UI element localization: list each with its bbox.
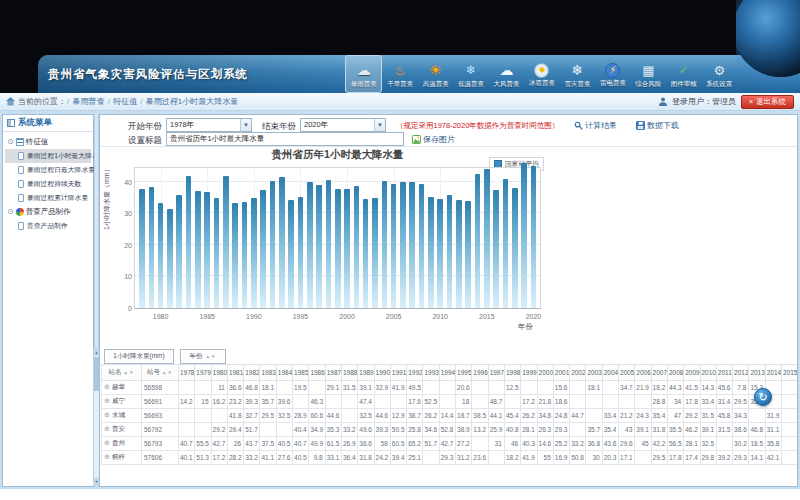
column-header-year[interactable]: 2007 — [651, 365, 667, 381]
column-header-year[interactable]: 1996 — [472, 365, 488, 381]
collapse-panel-icon[interactable] — [7, 119, 15, 127]
column-header-station-name[interactable]: 站名▲▼ — [102, 365, 142, 381]
tree-group-1[interactable]: ⊙普查产品制作 — [5, 205, 91, 219]
nav-drought[interactable]: ♨干旱普查 — [382, 55, 417, 93]
nav-snow[interactable]: ❄雪灾普查 — [560, 55, 595, 93]
column-header-year[interactable]: 1982 — [244, 365, 260, 381]
column-header-year[interactable]: 2012 — [733, 365, 749, 381]
column-header-year[interactable]: 1989 — [358, 365, 374, 381]
nav-hail[interactable]: ◆冰雹普查 — [524, 55, 559, 93]
collapse-node-icon[interactable]: ⊙ — [7, 138, 14, 146]
column-header-station-id[interactable]: 站号▲▼ — [142, 365, 179, 381]
column-header-year[interactable]: 2011 — [716, 365, 732, 381]
start-year-select[interactable]: 1978年 ▼ — [166, 118, 252, 132]
expand-row-icon[interactable]: ⊕ — [104, 397, 110, 404]
nav-map-audit[interactable]: ✓图件审核 — [666, 55, 701, 93]
sidebar-item-0-3[interactable]: 暴雨过程累计降水量 — [5, 191, 91, 205]
column-header-year[interactable]: 2002 — [570, 365, 586, 381]
breadcrumb-link[interactable]: 特征值 — [113, 97, 137, 106]
column-header-year[interactable]: 1987 — [325, 365, 341, 381]
column-header-year[interactable]: 2009 — [684, 365, 700, 381]
column-header-year[interactable]: 1981 — [227, 365, 243, 381]
chart-bar — [223, 176, 229, 308]
sidebar-item-0-1[interactable]: 暴雨过程日最大降水量 — [5, 163, 91, 177]
nav-rainstorm[interactable]: ☁暴雨普查 — [345, 55, 382, 93]
expand-row-icon[interactable]: ⊕ — [104, 453, 110, 460]
expand-row-icon[interactable]: ⊕ — [104, 425, 110, 432]
value-cell — [325, 395, 341, 409]
column-header-year[interactable]: 1980 — [211, 365, 227, 381]
column-header-year[interactable]: 2006 — [635, 365, 651, 381]
column-header-year[interactable]: 2013 — [749, 365, 765, 381]
column-header-year[interactable]: 1979 — [195, 365, 211, 381]
value-cell: 47 — [667, 409, 683, 423]
column-header-year[interactable]: 2001 — [553, 365, 569, 381]
tree-group-0[interactable]: ⊙特征值 — [5, 135, 91, 149]
breadcrumb-separator: / — [138, 97, 145, 106]
chart-bar — [251, 198, 257, 308]
sidebar-item-0-2[interactable]: 暴雨过程持续天数 — [5, 177, 91, 191]
value-cell — [423, 451, 439, 465]
sort-icons[interactable]: ▲▼ — [162, 370, 173, 375]
column-header-year[interactable]: 2004 — [602, 365, 618, 381]
nav-lowtemp[interactable]: ❄低温普查 — [453, 55, 488, 93]
refresh-icon[interactable]: ↻ — [754, 388, 772, 406]
expand-row-icon[interactable]: ⊕ — [104, 439, 110, 446]
earth-icon — [736, 0, 800, 77]
save-image-button[interactable]: 保存图片 — [412, 134, 455, 145]
value-cell: 29.2 — [211, 423, 227, 437]
column-header-year[interactable]: 1998 — [504, 365, 520, 381]
calc-result-button[interactable]: 计算结果 — [574, 120, 617, 131]
column-header-year[interactable]: 2000 — [537, 365, 553, 381]
column-header-year[interactable]: 2005 — [619, 365, 635, 381]
collapse-node-icon[interactable]: ⊙ — [7, 208, 14, 216]
sort-icons[interactable]: ▲▼ — [206, 354, 217, 359]
logout-button[interactable]: × 退出系统 — [741, 95, 794, 109]
sidebar-item-label: 暴雨过程累计降水量 — [27, 193, 88, 203]
column-header-year[interactable]: 1992 — [407, 365, 423, 381]
column-header-year[interactable]: 1997 — [488, 365, 504, 381]
column-header-year[interactable]: 1984 — [276, 365, 292, 381]
breadcrumb-link[interactable]: 暴雨普查 — [72, 97, 104, 106]
column-field-chip[interactable]: 年份 ▲▼ — [180, 349, 226, 364]
logout-icon: × — [749, 98, 753, 105]
data-download-button[interactable]: 数据下载 — [636, 120, 679, 131]
column-header-year[interactable]: 1983 — [260, 365, 276, 381]
column-header-year[interactable]: 2008 — [667, 365, 683, 381]
nav-wind[interactable]: ☁大风普查 — [489, 55, 524, 93]
column-header-year[interactable]: 2003 — [586, 365, 602, 381]
value-field-chip[interactable]: 1小时降水量(mm) — [104, 349, 174, 364]
value-cell: 50.5 — [390, 423, 406, 437]
column-header-year[interactable]: 1990 — [374, 365, 390, 381]
sidebar-item-0-0[interactable]: 暴雨过程1小时最大降水量 — [5, 149, 91, 163]
breadcrumb-link[interactable]: 暴雨过程1小时最大降水量 — [146, 97, 238, 106]
chart-title-input[interactable] — [166, 132, 404, 146]
nav-lightning[interactable]: ⚡雷电普查 — [595, 55, 630, 93]
sidebar-item-1-0[interactable]: 普查产品制作 — [5, 219, 91, 233]
value-cell: 51.3 — [195, 451, 211, 465]
column-header-year[interactable]: 1993 — [423, 365, 439, 381]
column-header-year[interactable]: 2014 — [765, 365, 781, 381]
end-year-select[interactable]: 2020年 ▼ — [300, 118, 386, 132]
column-header-year[interactable]: 1978 — [179, 365, 195, 381]
column-header-year[interactable]: 1985 — [293, 365, 309, 381]
column-header-year[interactable]: 1999 — [521, 365, 537, 381]
nav-composite-risk[interactable]: ▦综合风险 — [631, 55, 666, 93]
nav-settings[interactable]: ⚙系统设置 — [702, 55, 737, 93]
expand-row-icon[interactable]: ⊕ — [104, 383, 110, 390]
column-header-year[interactable]: 1995 — [456, 365, 472, 381]
value-cell — [309, 381, 325, 395]
column-header-year[interactable]: 1986 — [309, 365, 325, 381]
sort-icons[interactable]: ▲▼ — [124, 370, 135, 375]
column-header-year[interactable]: 1991 — [390, 365, 406, 381]
expand-row-icon[interactable]: ⊕ — [104, 411, 110, 418]
column-header-year[interactable]: 1994 — [439, 365, 455, 381]
column-header-year[interactable]: 2015 — [781, 365, 797, 381]
value-cell: 65.2 — [407, 437, 423, 451]
column-header-year[interactable]: 2010 — [700, 365, 716, 381]
value-cell: 19.5 — [293, 381, 309, 395]
value-cell: 17.2 — [211, 451, 227, 465]
nav-heat[interactable]: ☀高温普查 — [418, 55, 453, 93]
chart-bar — [363, 199, 369, 308]
column-header-year[interactable]: 1988 — [341, 365, 357, 381]
